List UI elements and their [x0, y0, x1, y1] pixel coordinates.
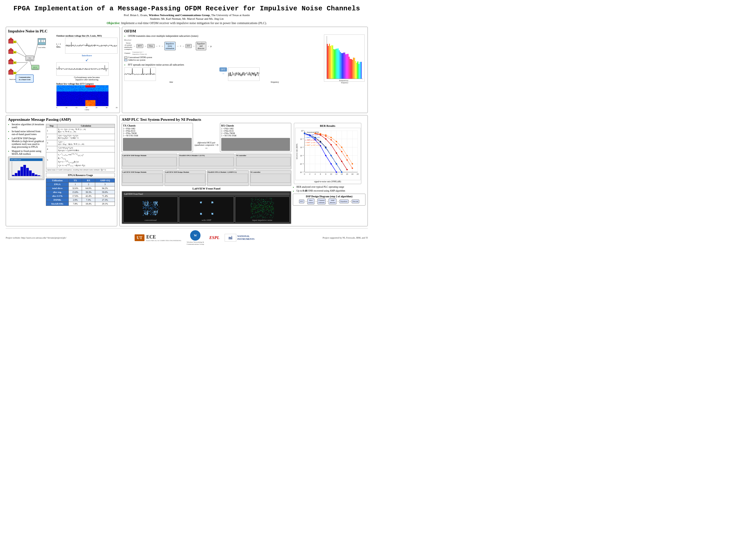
labview-fp-title: LabVIEW Front Panel [122, 187, 291, 190]
wncc-text: Wireless Networking &Communications Grou… [186, 241, 204, 245]
lv-module-6: FlexRIO FPGA Module 1 (AMP/CG) [207, 170, 249, 186]
fpga-table-title: FPGA Resource Usage [46, 173, 115, 177]
ni-logo: ni NATIONALINSTRUMENTS [225, 234, 254, 242]
block-plus: ⊕ [159, 45, 160, 47]
dsp-block-5: Equalizer [339, 199, 349, 203]
matlab-screenshot [8, 157, 44, 180]
arrow6: → [182, 45, 185, 48]
const2-canvas [195, 197, 218, 218]
indoor-label: Indoor low-voltage line (UT Campus) [56, 82, 118, 85]
freq-domain-noise [228, 68, 260, 81]
ofdm-panel-title: OFDM [124, 29, 365, 33]
dsp-block-4: AMPdenoise [329, 198, 336, 204]
block-row-top: Vectorof symbolamplitudes(complex) → IFF… [124, 42, 322, 50]
svg-rect-0 [8, 40, 13, 43]
lv-module-6-img [208, 174, 248, 183]
noise-panel: Impulsive Noise in PLC [6, 27, 120, 113]
labview-front-panel: LabVIEW Front Panel conventional with AM… [122, 191, 291, 224]
tx-item-0: 1 × PXIe-1082 [123, 128, 192, 130]
fpga-table: Utilization TX RX AMP+EQ FPGA 1 2 [46, 178, 115, 206]
labview-modules-2: LabVIEW DSP Design Module LabVIEW DSP De… [122, 170, 291, 186]
fpga-col-rx: RX [82, 179, 95, 183]
amp-row-note: repeat steps 2-5 until convergence, resu… [46, 168, 115, 171]
freq-label: frequency [228, 81, 322, 83]
arrow3: → [155, 45, 158, 48]
testbed-left: TX Chassis 1 × PXIe-1082 1 × PXIe-8133 1… [122, 123, 291, 224]
rx-item-2: 2 × PXIe-7965R [221, 132, 290, 135]
noise-diagram: M M M M Data [8, 34, 118, 111]
svg-text:M: M [14, 52, 16, 53]
freq-axis-label: frequency [324, 82, 365, 84]
const3-label: input impulsive noise [252, 219, 273, 221]
lv-module-2: FlexRIO FPGA Module 1 (GTX) [178, 154, 234, 169]
amp-bullet-3: Mapped to fixed-point using MATLAB toolb… [8, 150, 44, 155]
amp-bullet-1: In-band noise inferred from out-of-band … [8, 130, 44, 136]
testbed-right: BER Results signal-to-noise ratio [SNR] … [293, 123, 365, 224]
arrow7: → [192, 45, 195, 48]
time-label: time [124, 81, 218, 83]
amp-bullets: Iterative algorithm (4 iterations used) … [8, 123, 44, 155]
lv-module-3-img [236, 157, 290, 166]
poster: FPGA Implementation of a Message-Passing… [0, 0, 374, 248]
tx-item-3: 1 × NI-5781 FAM [123, 135, 192, 137]
fpga-row-4: DSP48s 2.0% 7.3% 27.3% [46, 198, 115, 202]
amp-row-4: 4 τ²x(t) N[Σj|aij|²τ²p(t)]x̂j(t) ŝj(t) +… [46, 146, 115, 153]
tx-item-2: 1 × PXIe-7965R [123, 132, 192, 135]
indoor-spectrogram [56, 85, 109, 106]
ofdm-spectrum-area: frequency [324, 34, 365, 84]
ut-logo: UT [135, 234, 145, 241]
const1-label: conventional [145, 219, 157, 221]
authors-line1: Prof. Brian L. Evans, Wireless Networkin… [6, 14, 368, 17]
ber-bullet-0: BER analyzed over typical PLC operating … [293, 186, 365, 188]
fpga-col-amp: AMP+EQ [95, 179, 115, 183]
lv-module-5-img [165, 174, 205, 183]
amp-bullet-2: LabVIEW DSP Design Module (a high-level … [8, 137, 44, 148]
amp-row-3: 3 τ²p(t) = ...ŝi(t) = f(|ηk| − p̂i(t)), … [46, 140, 115, 146]
svg-text:M: M [14, 41, 16, 43]
legend: Conventional OFDM system Added in our sy… [124, 56, 322, 61]
cyclostationary-label: Cyclostationary noise becomesimpulsive a… [56, 76, 118, 81]
fs-label: fs = 1 MHz [56, 43, 64, 48]
ece-text: ECE [146, 234, 181, 240]
dsp-block-6: Decode [352, 199, 359, 203]
ofdm-panel: OFDM OFDM transmits data over multiple i… [122, 27, 368, 113]
lv-module-4-img [123, 174, 163, 183]
fpga-row-1: total slices 32.6% 64.0% 94.2% [46, 186, 115, 190]
svg-rect-26 [43, 40, 45, 42]
step-header: Step [46, 124, 57, 128]
rx-chassis: RX Chassis 1 × PXIe-1082 1 × PXIe-8133 2… [220, 123, 291, 152]
noise-right: Outdoor medium-voltage line (St. Louis, … [56, 34, 118, 111]
svg-marker-5 [8, 58, 13, 60]
arrow8: → [207, 45, 210, 48]
rx-item-0: 1 × PXIe-1082 [221, 128, 290, 130]
svg-text:M: M [14, 72, 16, 74]
legend-added: Added in our system [128, 59, 145, 61]
lv-module-1: LabVIEW DSP Design Module [122, 154, 177, 169]
top-row: Impulsive Noise in PLC [6, 27, 368, 113]
legend-added-box [124, 59, 127, 61]
svg-text:M: M [14, 62, 16, 63]
dft-label: DFT [220, 68, 227, 72]
tx-item-1: 1 × PXIe-8133 [123, 130, 192, 132]
amp-row-5: 5 ηt = 1/1−πτz+τ exp(v²t(τz+τf)/τf(τz+τf… [46, 153, 115, 168]
legend-conventional: Conventional OFDM system [128, 56, 152, 59]
fpga-row-0: FPGA 1 2 3 [46, 183, 115, 186]
block-eq: Equalizeranddetector [196, 42, 206, 50]
ni-logo-box: ni [225, 234, 236, 242]
time-domain-noise [124, 68, 156, 81]
wncc-logo: W Wireless Networking &Communications Gr… [186, 230, 204, 245]
ofdm-bullets2: FFT spreads out impulsive noise across a… [124, 63, 322, 66]
outdoor-label: Outdoor medium-voltage line (St. Louis, … [56, 34, 118, 37]
fpga-col-tx: TX [69, 179, 82, 183]
rx-item-3: 1 × NI-5781 FAM [221, 135, 290, 137]
arrow2: → [144, 45, 147, 48]
arrow1: → [133, 45, 136, 48]
svg-rect-6 [8, 71, 13, 74]
amp-row-1: 1 x̂j = 0, τ²j(t) = (1 π)γx, ∀j ∈ {1,...… [46, 128, 115, 134]
constellation-row: conventional with AMP input impulsive no… [123, 196, 290, 222]
amp-bullets-area: Iterative algorithm (4 iterations used) … [8, 123, 44, 206]
main-title: FPGA Implementation of a Message-Passing… [6, 5, 368, 12]
lv-module-4: LabVIEW DSP Design Module [122, 170, 163, 186]
rx-chassis-title: RX Chassis [221, 124, 290, 127]
ber-title: BER Results [295, 124, 360, 127]
